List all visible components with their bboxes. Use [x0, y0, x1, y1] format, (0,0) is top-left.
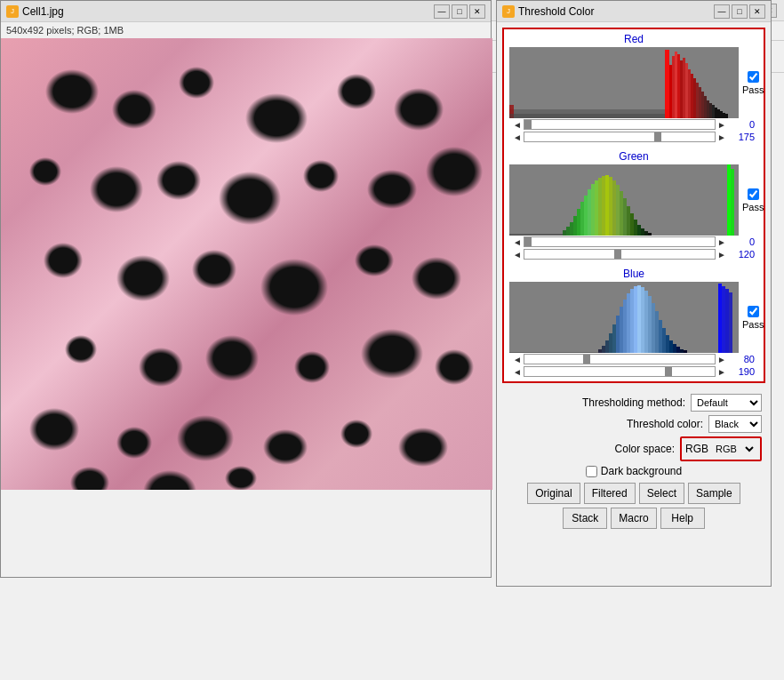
threshold-color-select[interactable]: Black	[708, 415, 762, 433]
svg-rect-6	[680, 60, 683, 118]
svg-rect-16	[707, 100, 709, 118]
svg-rect-66	[637, 285, 641, 353]
image-controls: — □ ✕	[434, 4, 485, 19]
green-slider1-row: ◄ ► 0	[509, 236, 758, 248]
blue-slider1-track[interactable]	[524, 354, 716, 364]
red-slider1-left-arrow[interactable]: ◄	[513, 120, 522, 130]
red-pass-checkbox[interactable]	[748, 71, 759, 83]
blue-slider1-row: ◄ ► 80	[509, 353, 758, 365]
blue-slider2-thumb[interactable]	[665, 367, 672, 376]
svg-rect-55	[598, 349, 602, 353]
green-slider2-row: ◄ ► 120	[509, 248, 758, 260]
svg-rect-41	[612, 180, 616, 236]
select-button[interactable]: Select	[639, 483, 684, 504]
svg-rect-50	[644, 231, 648, 236]
threshold-icon: J	[502, 5, 515, 18]
thresholding-method-select[interactable]: Default	[691, 394, 762, 412]
red-slider1-track[interactable]	[524, 119, 716, 130]
svg-rect-46	[630, 213, 634, 236]
threshold-color-label: Threshold color:	[627, 418, 703, 430]
thresholding-method-label: Thresholding method:	[582, 396, 685, 409]
threshold-minimize-button[interactable]: —	[714, 4, 730, 19]
image-title-bar: J Cell1.jpg — □ ✕	[1, 1, 491, 22]
svg-rect-73	[662, 328, 666, 353]
svg-rect-51	[648, 233, 652, 236]
red-slider2-track[interactable]	[524, 132, 716, 142]
svg-rect-7	[683, 58, 685, 118]
histogram-container: Red	[502, 28, 765, 383]
svg-rect-59	[612, 324, 616, 353]
image-minimize-button[interactable]: —	[434, 4, 450, 19]
red-slider2-thumb[interactable]	[654, 132, 661, 141]
macro-button[interactable]: Macro	[611, 508, 656, 529]
green-slider2-right-arrow[interactable]: ►	[717, 250, 726, 260]
action-buttons-row2: Stack Macro Help	[506, 508, 762, 529]
green-pass-checkbox-wrapper: Pass	[742, 188, 764, 212]
red-slider1-thumb[interactable]	[524, 120, 532, 129]
image-icon: J	[6, 5, 19, 18]
svg-rect-58	[609, 333, 612, 353]
dark-background-checkbox[interactable]	[586, 466, 597, 477]
svg-rect-31	[577, 209, 580, 236]
filtered-button[interactable]: Filtered	[584, 483, 636, 504]
red-slider2-right-arrow[interactable]: ►	[717, 132, 726, 142]
blue-slider1-thumb[interactable]	[583, 355, 590, 364]
green-slider2-track[interactable]	[524, 249, 716, 260]
color-space-box: RGB RGB HSB Lab	[680, 436, 762, 461]
blue-slider2-value: 190	[728, 366, 755, 377]
blue-slider2-left-arrow[interactable]: ◄	[513, 367, 522, 377]
svg-rect-33	[584, 196, 588, 236]
threshold-restore-button[interactable]: □	[732, 4, 748, 19]
green-channel-label: Green	[509, 150, 758, 163]
svg-rect-37	[598, 178, 602, 236]
blue-pass-checkbox[interactable]	[748, 306, 759, 317]
threshold-color-row: Threshold color: Black	[506, 415, 762, 433]
green-slider2-value: 120	[728, 249, 755, 260]
image-restore-button[interactable]: □	[452, 4, 468, 19]
color-space-select[interactable]: RGB HSB Lab	[712, 440, 756, 458]
svg-rect-80	[718, 284, 722, 353]
green-slider1-right-arrow[interactable]: ►	[717, 237, 726, 247]
blue-slider1-left-arrow[interactable]: ◄	[513, 355, 522, 364]
blue-slider1-right-arrow[interactable]: ►	[717, 355, 726, 364]
red-slider1-row: ◄ ► 0	[509, 118, 758, 131]
blue-slider2-track[interactable]	[524, 366, 716, 377]
image-close-button[interactable]: ✕	[469, 4, 485, 19]
svg-rect-83	[729, 292, 732, 353]
svg-rect-62	[623, 300, 627, 353]
red-slider1-value: 0	[728, 119, 755, 130]
stack-button[interactable]: Stack	[563, 508, 607, 529]
green-slider1-left-arrow[interactable]: ◄	[513, 237, 522, 247]
svg-rect-63	[627, 293, 630, 353]
red-channel-label: Red	[509, 33, 758, 45]
original-button[interactable]: Original	[527, 483, 580, 504]
svg-rect-12	[696, 83, 699, 118]
image-canvas	[1, 38, 492, 490]
svg-rect-14	[701, 92, 704, 118]
green-histogram	[509, 164, 739, 236]
svg-rect-18	[712, 105, 715, 118]
green-channel-section: Green	[504, 147, 764, 264]
blue-slider2-right-arrow[interactable]: ►	[717, 367, 726, 377]
dark-background-row: Dark background	[506, 465, 762, 477]
threshold-close-button[interactable]: ✕	[749, 4, 765, 19]
svg-rect-53	[731, 169, 734, 236]
blue-histogram	[509, 282, 739, 353]
red-slider2-left-arrow[interactable]: ◄	[513, 132, 522, 142]
green-slider1-thumb[interactable]	[524, 237, 532, 246]
green-pass-label: Pass	[742, 202, 764, 212]
svg-rect-15	[704, 96, 707, 118]
help-button[interactable]: Help	[660, 508, 705, 529]
svg-rect-47	[634, 220, 637, 236]
green-slider2-left-arrow[interactable]: ◄	[513, 250, 522, 260]
svg-rect-11	[693, 78, 696, 118]
svg-rect-43	[620, 191, 623, 236]
red-slider1-right-arrow[interactable]: ►	[717, 120, 726, 130]
green-slider1-track[interactable]	[524, 236, 716, 247]
green-pass-checkbox[interactable]	[748, 188, 759, 200]
sample-button[interactable]: Sample	[688, 483, 740, 504]
green-slider2-thumb[interactable]	[614, 250, 621, 259]
svg-rect-65	[634, 286, 637, 353]
image-title-left: J Cell1.jpg	[6, 5, 64, 18]
blue-slider2-row: ◄ ► 190	[509, 365, 758, 378]
